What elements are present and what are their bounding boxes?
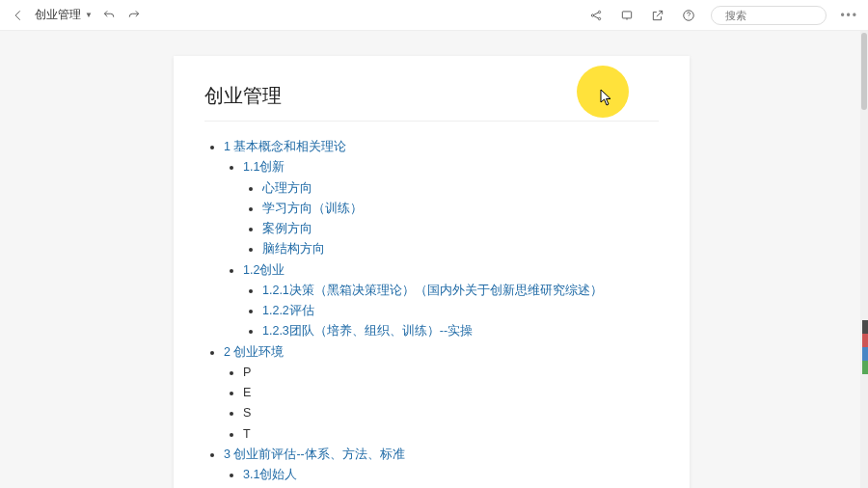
outline-item: S <box>243 403 659 423</box>
svg-line-3 <box>594 13 599 14</box>
outline-list: 1 基本概念和相关理论1.1创新心理方向学习方向（训练）案例方向脑结构方向1.2… <box>204 137 659 488</box>
page-title: 创业管理 <box>204 83 659 122</box>
top-toolbar: 创业管理 ▼ ••• <box>0 0 868 31</box>
outline-item-label: 2 创业环境 <box>224 345 284 359</box>
caret-down-icon: ▼ <box>85 11 93 19</box>
document-title-text: 创业管理 <box>35 7 81 23</box>
edge-tab-3[interactable] <box>862 347 868 361</box>
outline-item-label: T <box>243 427 251 441</box>
outline-item-label: 案例方向 <box>262 222 312 235</box>
outline-item-label: S <box>243 406 251 420</box>
outline-item[interactable]: 脑结构方向 <box>262 239 659 259</box>
scrollbar-thumb[interactable] <box>861 33 867 110</box>
outline-item[interactable]: 心理方向 <box>262 178 659 199</box>
outline-item-label: 1 基本概念和相关理论 <box>224 140 346 153</box>
edge-tab-1[interactable] <box>862 320 868 334</box>
outline-item-label: 1.1创新 <box>243 160 285 174</box>
outline-item[interactable]: 1.2创业1.2.1决策（黑箱决策理论）（国内外关于创新思维研究综述）1.2.2… <box>243 260 659 342</box>
share-icon[interactable] <box>587 7 605 24</box>
outline-item-label: 1.2创业 <box>243 263 285 277</box>
svg-point-1 <box>599 11 601 13</box>
toolbar-left: 创业管理 ▼ <box>10 7 143 24</box>
svg-point-2 <box>599 17 601 19</box>
outline-item[interactable]: 3 创业前评估--体系、方法、标准3.1创始人3.1.1初衷3.1.2心态、为人… <box>224 445 659 488</box>
more-menu-button[interactable]: ••• <box>840 9 858 22</box>
outline-item[interactable]: 3.1创始人3.1.1初衷3.1.2心态、为人处事（相关利益者）3.1.3实力3… <box>243 465 659 488</box>
outline-item[interactable]: 2 创业环境PEST <box>224 342 659 445</box>
help-icon[interactable] <box>680 7 697 24</box>
undo-button[interactable] <box>100 7 118 24</box>
redo-button[interactable] <box>125 7 143 24</box>
svg-point-8 <box>689 17 690 18</box>
outline-item: T <box>243 424 659 445</box>
vertical-scrollbar[interactable] <box>860 31 868 488</box>
outline-item[interactable]: 1.2.2评估 <box>262 301 659 321</box>
document-title-dropdown[interactable]: 创业管理 ▼ <box>35 7 93 23</box>
toolbar-right: ••• <box>587 6 858 25</box>
svg-rect-5 <box>623 11 632 17</box>
outline-item-label: 3.1创始人 <box>243 468 297 481</box>
outline-item[interactable]: 1.1创新心理方向学习方向（训练）案例方向脑结构方向 <box>243 157 659 259</box>
outline-item-label: 脑结构方向 <box>262 242 325 256</box>
outline-item-label: 心理方向 <box>262 181 312 195</box>
outline-item-label: P <box>243 366 251 379</box>
outline-item-label: 1.2.3团队（培养、组织、训练）--实操 <box>262 324 473 338</box>
outline-item[interactable]: 学习方向（训练） <box>262 199 659 219</box>
edge-tool-tabs[interactable] <box>862 320 868 374</box>
outline-item-label: E <box>243 386 251 399</box>
outline-item: P <box>243 363 659 383</box>
outline-item: E <box>243 383 659 403</box>
outline-item[interactable]: 1.2.1决策（黑箱决策理论）（国内外关于创新思维研究综述） <box>262 281 659 301</box>
svg-line-4 <box>594 15 599 17</box>
search-box[interactable] <box>711 6 827 25</box>
search-input[interactable] <box>725 10 858 21</box>
outline-item-label: 学习方向（训练） <box>262 202 363 215</box>
document-card: 创业管理 1 基本概念和相关理论1.1创新心理方向学习方向（训练）案例方向脑结构… <box>174 56 690 488</box>
edge-tab-2[interactable] <box>862 334 868 347</box>
outline-item-label: 1.2.2评估 <box>262 304 314 317</box>
edge-tab-4[interactable] <box>862 361 868 374</box>
outline-item-label: 3 创业前评估--体系、方法、标准 <box>224 447 405 461</box>
outline-item[interactable]: 案例方向 <box>262 219 659 239</box>
svg-point-0 <box>592 14 594 15</box>
outline-item-label: 1.2.1决策（黑箱决策理论）（国内外关于创新思维研究综述） <box>262 284 603 297</box>
editor-canvas: 创业管理 1 基本概念和相关理论1.1创新心理方向学习方向（训练）案例方向脑结构… <box>0 31 868 488</box>
open-external-icon[interactable] <box>649 7 666 24</box>
outline-item[interactable]: 1.2.3团队（培养、组织、训练）--实操 <box>262 321 659 341</box>
back-button[interactable] <box>10 7 27 24</box>
present-icon[interactable] <box>618 7 636 24</box>
outline-item[interactable]: 1 基本概念和相关理论1.1创新心理方向学习方向（训练）案例方向脑结构方向1.2… <box>224 137 659 342</box>
